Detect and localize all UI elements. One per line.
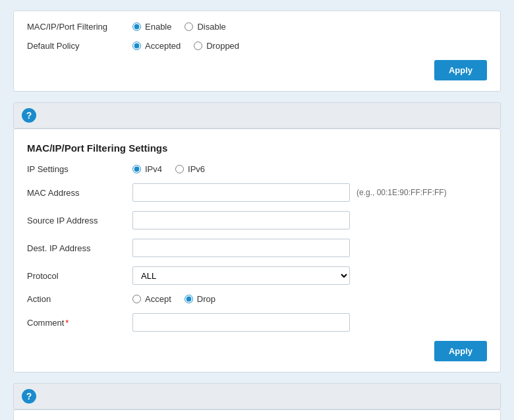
ipv4-radio-group: IPv4	[132, 164, 162, 174]
ip-settings-row: IP Settings IPv4 IPv6	[27, 164, 487, 174]
protocol-row: Protocol ALL TCP UDP ICMP	[27, 266, 487, 285]
mac-ip-port-filtering-row: MAC/IP/Port Filtering Enable Disable	[27, 22, 487, 32]
action-controls: Accept Drop	[132, 294, 215, 304]
accept-radio[interactable]	[132, 295, 141, 303]
comment-label: Comment*	[27, 318, 132, 328]
default-policy-row: Default Policy Accepted Dropped	[27, 41, 487, 51]
top-apply-button[interactable]: Apply	[434, 60, 487, 80]
help-icon[interactable]: ?	[22, 108, 36, 123]
comment-input[interactable]	[132, 313, 350, 332]
action-row: Action Accept Drop	[27, 294, 487, 304]
ipv4-radio[interactable]	[132, 165, 141, 173]
accept-radio-group: Accept	[132, 294, 171, 304]
enable-radio[interactable]	[132, 22, 141, 31]
filter-settings-title: MAC/IP/Port Filtering Settings	[27, 142, 487, 154]
filter-settings-body: MAC/IP/Port Filtering Settings IP Settin…	[14, 129, 500, 372]
ipv4-label[interactable]: IPv4	[145, 164, 162, 174]
dropped-radio-group: Dropped	[194, 41, 239, 51]
ipv6-label[interactable]: IPv6	[188, 164, 205, 174]
accepted-label[interactable]: Accepted	[145, 41, 181, 51]
accepted-radio[interactable]	[132, 42, 141, 50]
current-rules-card: Current MAC/IP/Port Filtering Rules in S…	[13, 409, 501, 420]
source-ip-row: Source IP Address	[27, 211, 487, 229]
source-ip-label: Source IP Address	[27, 216, 132, 225]
source-ip-input[interactable]	[132, 211, 350, 229]
ipv6-radio-group: IPv6	[175, 164, 205, 174]
filter-settings-help-bar: ?	[13, 102, 501, 129]
enable-radio-group: Enable	[132, 22, 171, 32]
ip-settings-controls: IPv4 IPv6	[132, 164, 205, 174]
bottom-apply-button[interactable]: Apply	[434, 341, 487, 361]
accept-label[interactable]: Accept	[145, 294, 171, 304]
mac-address-row: MAC Address (e.g., 00:1E:90:FF:FF:FF)	[27, 183, 487, 202]
filter-settings-card: MAC/IP/Port Filtering Settings IP Settin…	[13, 129, 501, 373]
mac-address-input[interactable]	[132, 183, 350, 202]
ipv6-radio[interactable]	[175, 165, 184, 173]
page-wrapper: MAC/IP/Port Filtering Enable Disable Def…	[0, 0, 514, 420]
default-policy-controls: Accepted Dropped	[132, 41, 239, 51]
mac-address-hint: (e.g., 00:1E:90:FF:FF:FF)	[357, 188, 447, 197]
protocol-select[interactable]: ALL TCP UDP ICMP	[132, 266, 350, 285]
drop-radio[interactable]	[185, 295, 193, 303]
accepted-radio-group: Accepted	[132, 41, 181, 51]
dropped-label[interactable]: Dropped	[206, 41, 239, 51]
mac-ip-port-filtering-controls: Enable Disable	[132, 22, 226, 32]
disable-label[interactable]: Disable	[197, 22, 225, 32]
disable-radio[interactable]	[185, 22, 193, 31]
disable-radio-group: Disable	[185, 22, 225, 32]
dropped-radio[interactable]	[194, 42, 202, 50]
help-icon-2[interactable]: ?	[22, 389, 36, 404]
default-policy-label: Default Policy	[27, 41, 132, 51]
top-filter-card: MAC/IP/Port Filtering Enable Disable Def…	[13, 11, 501, 92]
enable-label[interactable]: Enable	[145, 22, 171, 32]
bottom-apply-row: Apply	[27, 341, 487, 361]
ip-settings-label: IP Settings	[27, 164, 132, 174]
dest-ip-input[interactable]	[132, 239, 350, 257]
drop-label[interactable]: Drop	[197, 294, 215, 304]
required-star: *	[65, 318, 69, 328]
action-label: Action	[27, 294, 132, 304]
current-rules-help-bar: ?	[13, 383, 501, 409]
drop-radio-group: Drop	[185, 294, 215, 304]
comment-row: Comment*	[27, 313, 487, 332]
mac-address-label: MAC Address	[27, 188, 132, 198]
protocol-label: Protocol	[27, 271, 132, 281]
dest-ip-label: Dest. IP Address	[27, 243, 132, 253]
top-apply-row: Apply	[27, 60, 487, 80]
current-rules-body: Current MAC/IP/Port Filtering Rules in S…	[14, 410, 500, 420]
dest-ip-row: Dest. IP Address	[27, 239, 487, 257]
mac-ip-port-filtering-label: MAC/IP/Port Filtering	[27, 22, 132, 32]
